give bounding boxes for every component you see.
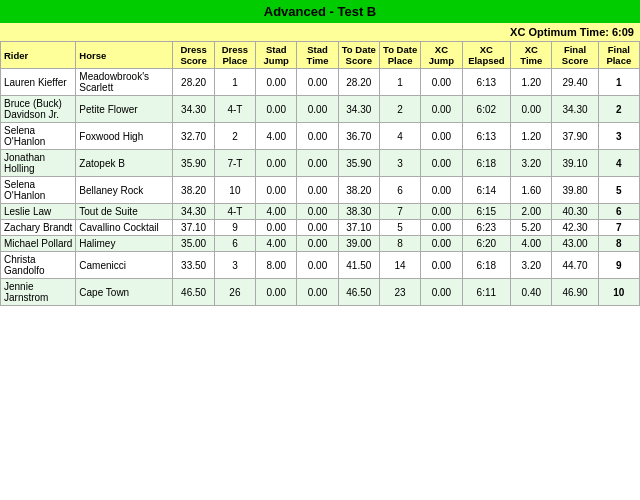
cell-stad-jump: 8.00 <box>256 252 297 279</box>
cell-xc-time: 1.20 <box>511 69 552 96</box>
header-stad-time: Stad Time <box>297 42 338 69</box>
cell-final-score: 44.70 <box>552 252 598 279</box>
cell-xc-elapsed: 6:13 <box>462 123 511 150</box>
cell-stad-time: 0.00 <box>297 204 338 220</box>
header-xc-jump: XC Jump <box>421 42 462 69</box>
header-final-score: Final Score <box>552 42 598 69</box>
cell-xc-time: 1.60 <box>511 177 552 204</box>
cell-horse: Halimey <box>76 236 173 252</box>
cell-stad-jump: 0.00 <box>256 177 297 204</box>
cell-xc-elapsed: 6:02 <box>462 96 511 123</box>
cell-xc-time: 2.00 <box>511 204 552 220</box>
header-dress-score: Dress Score <box>173 42 214 69</box>
cell-final-score: 40.30 <box>552 204 598 220</box>
header-to-date-place: To Date Place <box>379 42 420 69</box>
cell-final-place: 3 <box>598 123 639 150</box>
cell-final-place: 5 <box>598 177 639 204</box>
cell-dress-score: 32.70 <box>173 123 214 150</box>
cell-stad-time: 0.00 <box>297 150 338 177</box>
cell-dress-place: 10 <box>214 177 255 204</box>
cell-dress-score: 37.10 <box>173 220 214 236</box>
cell-stad-jump: 0.00 <box>256 96 297 123</box>
cell-rider: Leslie Law <box>1 204 76 220</box>
cell-horse: Zatopek B <box>76 150 173 177</box>
xc-optimum-time: XC Optimum Time: 6:09 <box>0 23 640 41</box>
cell-xc-elapsed: 6:15 <box>462 204 511 220</box>
cell-stad-jump: 0.00 <box>256 69 297 96</box>
cell-xc-jump: 0.00 <box>421 69 462 96</box>
cell-to-date_place: 7 <box>379 204 420 220</box>
cell-xc-time: 0.40 <box>511 279 552 306</box>
cell-to-date_score: 38.20 <box>338 177 379 204</box>
cell-final-score: 29.40 <box>552 69 598 96</box>
cell-dress-place: 1 <box>214 69 255 96</box>
cell-stad-time: 0.00 <box>297 236 338 252</box>
cell-rider: Jennie Jarnstrom <box>1 279 76 306</box>
cell-final-place: 1 <box>598 69 639 96</box>
cell-xc-elapsed: 6:18 <box>462 150 511 177</box>
cell-to-date_score: 28.20 <box>338 69 379 96</box>
cell-xc-elapsed: 6:20 <box>462 236 511 252</box>
cell-dress-score: 34.30 <box>173 204 214 220</box>
cell-horse: Petite Flower <box>76 96 173 123</box>
cell-to-date_place: 6 <box>379 177 420 204</box>
cell-to-date_place: 4 <box>379 123 420 150</box>
header-xc-time: XC Time <box>511 42 552 69</box>
cell-to-date_place: 2 <box>379 96 420 123</box>
cell-horse: Camenicci <box>76 252 173 279</box>
cell-xc-elapsed: 6:23 <box>462 220 511 236</box>
table-row: Selena O'HanlonBellaney Rock38.20100.000… <box>1 177 640 204</box>
cell-final-score: 34.30 <box>552 96 598 123</box>
cell-stad-jump: 0.00 <box>256 220 297 236</box>
cell-xc-jump: 0.00 <box>421 123 462 150</box>
cell-stad-time: 0.00 <box>297 220 338 236</box>
cell-dress-score: 35.00 <box>173 236 214 252</box>
cell-to-date_score: 38.30 <box>338 204 379 220</box>
cell-xc-elapsed: 6:13 <box>462 69 511 96</box>
cell-rider: Lauren Kieffer <box>1 69 76 96</box>
table-row: Lauren KiefferMeadowbrook's Scarlett28.2… <box>1 69 640 96</box>
table-row: Michael PollardHalimey35.0064.000.0039.0… <box>1 236 640 252</box>
cell-horse: Cape Town <box>76 279 173 306</box>
cell-stad-time: 0.00 <box>297 69 338 96</box>
cell-final-score: 39.10 <box>552 150 598 177</box>
header-horse: Horse <box>76 42 173 69</box>
cell-xc-jump: 0.00 <box>421 252 462 279</box>
cell-to-date_score: 35.90 <box>338 150 379 177</box>
cell-final-score: 43.00 <box>552 236 598 252</box>
cell-to-date_place: 1 <box>379 69 420 96</box>
cell-xc-jump: 0.00 <box>421 177 462 204</box>
cell-final-place: 6 <box>598 204 639 220</box>
cell-dress-score: 38.20 <box>173 177 214 204</box>
header-final-place: Final Place <box>598 42 639 69</box>
cell-dress-score: 46.50 <box>173 279 214 306</box>
cell-dress-place: 4-T <box>214 204 255 220</box>
cell-to-date_score: 41.50 <box>338 252 379 279</box>
cell-xc-elapsed: 6:11 <box>462 279 511 306</box>
cell-horse: Meadowbrook's Scarlett <box>76 69 173 96</box>
cell-xc-time: 3.20 <box>511 150 552 177</box>
header-dress-place: Dress Place <box>214 42 255 69</box>
table-row: Jonathan HollingZatopek B35.907-T0.000.0… <box>1 150 640 177</box>
page-title: Advanced - Test B <box>0 0 640 23</box>
cell-to-date_place: 23 <box>379 279 420 306</box>
cell-xc-jump: 0.00 <box>421 150 462 177</box>
cell-dress-place: 9 <box>214 220 255 236</box>
cell-final-place: 4 <box>598 150 639 177</box>
header-rider: Rider <box>1 42 76 69</box>
table-row: Jennie JarnstromCape Town46.50260.000.00… <box>1 279 640 306</box>
cell-xc-elapsed: 6:18 <box>462 252 511 279</box>
cell-xc-time: 1.20 <box>511 123 552 150</box>
cell-stad-jump: 4.00 <box>256 123 297 150</box>
cell-to-date_score: 34.30 <box>338 96 379 123</box>
cell-xc-time: 4.00 <box>511 236 552 252</box>
table-row: Leslie LawTout de Suite34.304-T4.000.003… <box>1 204 640 220</box>
cell-final-score: 37.90 <box>552 123 598 150</box>
cell-xc-jump: 0.00 <box>421 236 462 252</box>
header-to-date-score: To Date Score <box>338 42 379 69</box>
cell-final-place: 8 <box>598 236 639 252</box>
cell-to-date_score: 46.50 <box>338 279 379 306</box>
table-row: Zachary BrandtCavallino Cocktail37.1090.… <box>1 220 640 236</box>
cell-stad-time: 0.00 <box>297 279 338 306</box>
cell-xc-elapsed: 6:14 <box>462 177 511 204</box>
